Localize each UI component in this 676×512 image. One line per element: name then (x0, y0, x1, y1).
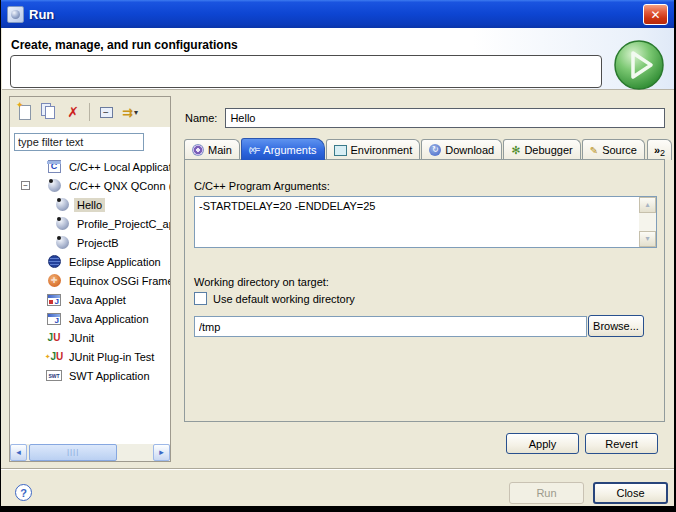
config-tabs: Main (x)= Arguments Environment ↻ Downlo… (184, 138, 665, 160)
tree-item-java-application[interactable]: J Java Application (10, 309, 170, 328)
debugger-bug-icon: ✻ (511, 144, 520, 157)
config-detail-panel: Name: Main (x)= Arguments Environment ↻ … (177, 96, 669, 462)
tree-item-swt-application[interactable]: SWT SWT Application (10, 366, 170, 385)
use-default-workdir-label: Use default working directory (213, 293, 355, 305)
tab-source[interactable]: ✎ Source (582, 139, 645, 160)
tree-horizontal-scrollbar[interactable]: ◂ ▸ (10, 444, 170, 461)
run-dialog: Run ✕ Create, manage, and run configurat… (0, 0, 676, 512)
duplicate-config-icon[interactable] (39, 102, 59, 122)
run-button: Run (509, 482, 584, 504)
tree-item-hello[interactable]: Hello (10, 195, 170, 214)
tab-environment[interactable]: Environment (326, 139, 421, 160)
toolbar-separator (89, 103, 90, 121)
scroll-left-icon[interactable]: ◂ (10, 444, 27, 461)
window-icon (7, 6, 24, 23)
filter-input[interactable] (14, 133, 144, 151)
name-label: Name: (185, 112, 217, 124)
java-application-icon: J (46, 312, 62, 326)
window-bottom-border (1, 506, 674, 512)
equinox-icon: ✛ (46, 274, 62, 288)
browse-button[interactable]: Browse... (588, 315, 644, 337)
tree-item-qnx-qconn[interactable]: − C/C++ QNX QConn (IP (10, 176, 170, 195)
tab-arguments[interactable]: (x)= Arguments (241, 138, 325, 160)
launch-config-tree: C C/C++ Local Application − C/C++ QNX QC… (10, 157, 170, 443)
tree-item-java-applet[interactable]: J Java Applet (10, 290, 170, 309)
new-config-icon[interactable]: ✦ (15, 102, 35, 122)
scroll-right-icon[interactable]: ▸ (153, 444, 170, 461)
program-arguments-textarea[interactable]: -STARTDELAY=20 -ENDDELAY=25 ▴ ▾ (194, 196, 657, 248)
working-directory-label: Working directory on target: (194, 276, 329, 288)
arguments-tab-content: C/C++ Program Arguments: -STARTDELAY=20 … (184, 159, 665, 422)
close-icon[interactable]: ✕ (643, 4, 668, 25)
dialog-footer: ? Run Close (1, 470, 674, 506)
scrollbar-thumb[interactable] (29, 444, 117, 461)
use-default-workdir-row[interactable]: Use default working directory (194, 292, 355, 305)
filter-icon[interactable]: ⇉ ▾ (120, 102, 140, 122)
qnx-sphere-icon (54, 236, 70, 250)
eclipse-icon (46, 255, 62, 269)
c-app-icon: C (46, 160, 62, 174)
use-default-workdir-checkbox[interactable] (194, 292, 207, 305)
tab-debugger[interactable]: ✻ Debugger (503, 139, 581, 160)
environment-icon (334, 145, 347, 156)
tab-download[interactable]: ↻ Download (421, 139, 502, 160)
banner-message-area (10, 55, 602, 88)
close-button[interactable]: Close (593, 482, 668, 504)
qnx-sphere-icon (54, 198, 70, 212)
source-pencil-icon: ✎ (590, 145, 598, 156)
scroll-up-icon[interactable]: ▴ (639, 197, 656, 213)
tree-item-junit[interactable]: JU JUnit (10, 328, 170, 347)
tree-item-profile-projectc[interactable]: Profile_ProjectC_ap (10, 214, 170, 233)
scrollbar-track[interactable] (27, 444, 153, 461)
program-arguments-label: C/C++ Program Arguments: (194, 180, 330, 192)
tree-item-eclipse-application[interactable]: Eclipse Application (10, 252, 170, 271)
config-toolbar: ✦ ✗ − ⇉ ▾ (10, 97, 170, 127)
arguments-vertical-scrollbar[interactable]: ▴ ▾ (639, 197, 656, 247)
chevron-down-icon: ▾ (134, 108, 138, 117)
qnx-sphere-icon (46, 179, 62, 193)
titlebar[interactable]: Run ✕ (1, 0, 674, 28)
main-target-icon (192, 144, 204, 156)
tree-item-junit-plugin-test[interactable]: ✦JU JUnit Plug-in Test (10, 347, 170, 366)
swt-icon: SWT (46, 369, 62, 383)
revert-button[interactable]: Revert (585, 433, 658, 454)
delete-config-icon[interactable]: ✗ (63, 102, 83, 122)
banner-heading: Create, manage, and run configurations (11, 38, 238, 52)
apply-button[interactable]: Apply (506, 433, 579, 454)
tab-overflow-button[interactable]: » 2 (647, 139, 672, 160)
help-icon[interactable]: ? (15, 484, 32, 501)
name-input[interactable] (225, 108, 665, 128)
tree-item-projectb[interactable]: ProjectB (10, 233, 170, 252)
scroll-down-icon[interactable]: ▾ (639, 231, 656, 247)
configurations-panel: ✦ ✗ − ⇉ ▾ C C/C++ Local Application (9, 96, 171, 462)
run-ball-icon (613, 39, 665, 91)
tab-main[interactable]: Main (184, 139, 240, 160)
collapse-all-icon[interactable]: − (96, 102, 116, 122)
java-applet-icon: J (46, 293, 62, 307)
junit-icon: JU (46, 331, 62, 345)
window-title: Run (29, 7, 54, 22)
tree-item-cpp-local[interactable]: C C/C++ Local Application (10, 157, 170, 176)
tree-item-equinox-osgi[interactable]: ✛ Equinox OSGi Framewo (10, 271, 170, 290)
download-icon: ↻ (429, 144, 441, 156)
qnx-sphere-icon (54, 217, 70, 231)
arguments-icon: (x)= (249, 145, 259, 154)
working-directory-input[interactable] (194, 316, 587, 337)
junit-plugin-icon: ✦JU (46, 350, 62, 364)
banner: Create, manage, and run configurations (2, 28, 675, 90)
collapse-expander-icon[interactable]: − (21, 181, 30, 190)
